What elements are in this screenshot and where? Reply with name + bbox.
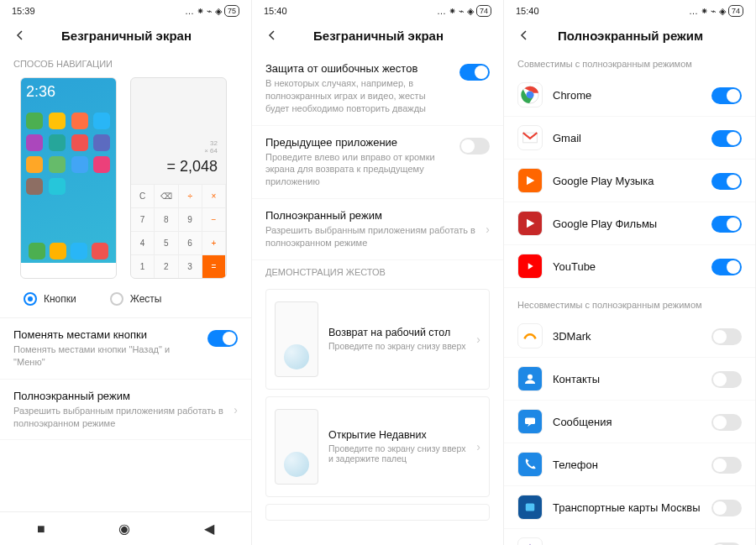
app-row-play-movies[interactable]: Google Play Фильмы	[504, 202, 755, 245]
status-battery: 74	[476, 5, 491, 17]
toggle-chrome[interactable]	[711, 87, 742, 104]
toggle-youtube[interactable]	[711, 259, 742, 275]
statusbar: 15:40 … ⁕ ⌁ ◈ 74	[504, 0, 755, 22]
chrome-icon	[517, 82, 543, 107]
play-music-icon	[517, 168, 543, 193]
gmail-icon	[517, 125, 543, 150]
gesture-return-home[interactable]: Возврат на рабочий стол Проведите по экр…	[265, 289, 490, 390]
youtube-icon	[517, 254, 543, 279]
chevron-right-icon: ›	[476, 440, 480, 453]
status-bt-icon: ⁕	[449, 6, 456, 17]
radio-icon	[110, 292, 123, 306]
status-time: 15:40	[516, 6, 539, 16]
transport-icon	[517, 495, 543, 520]
toggle-phone[interactable]	[711, 457, 742, 474]
app-row-play-music[interactable]: Google Play Музыка	[504, 160, 755, 202]
page-title: Безграничный экран	[291, 29, 466, 43]
toggle-3dmark[interactable]	[711, 328, 742, 345]
contacts-icon	[517, 366, 543, 391]
section-incompatible: Несовместимы с полноэкранным режимом	[504, 293, 755, 315]
toggle-prev-app[interactable]	[459, 138, 490, 155]
status-battery: 74	[728, 5, 743, 17]
status-wifi-icon: ◈	[719, 6, 726, 17]
nav-home-icon[interactable]: ◉	[118, 521, 130, 537]
radio-gestures[interactable]: Жесты	[110, 292, 162, 306]
header: Безграничный экран	[252, 22, 503, 52]
app-name: Телефон	[553, 459, 701, 471]
app-name: Google Play Музыка	[553, 175, 701, 187]
app-name: YouTube	[553, 260, 701, 273]
app-name: Gmail	[553, 132, 701, 144]
section-compatible: Совместимы с полноэкранным режимом	[504, 52, 755, 74]
setting-swap-buttons[interactable]: Поменять местами кнопки Поменять местами…	[0, 318, 251, 380]
setting-fullscreen-mode[interactable]: Полноэкранный режим Разрешить выбранным …	[0, 380, 251, 441]
toggle-play-music[interactable]	[711, 173, 742, 190]
app-row-gmail[interactable]: Gmail	[504, 117, 755, 160]
section-nav-method: СПОСОБ НАВИГАЦИИ	[0, 52, 251, 74]
preview-calculator[interactable]: 32 × 64 = 2,048 C⌫÷× 789− 456+ 123=	[130, 77, 227, 279]
toggle-gesture-protection[interactable]	[459, 64, 490, 81]
setting-gesture-protection[interactable]: Защита от ошибочных жестов В некоторых с…	[252, 52, 503, 126]
svg-rect-4	[525, 418, 535, 425]
preview-row: 2:36	[0, 74, 251, 286]
page-title: Безграничный экран	[39, 29, 214, 43]
nav-back-icon[interactable]: ◀	[204, 521, 214, 537]
screen-2-gestures: 15:40 … ⁕ ⌁ ◈ 74 Безграничный экран Защи…	[252, 0, 504, 545]
app-name: Контакты	[553, 373, 701, 385]
screen-3-fullscreen-apps: 15:40 … ⁕ ⌁ ◈ 74 Полноэкранный режим Сов…	[504, 0, 756, 545]
toggle-play-movies[interactable]	[711, 216, 742, 233]
gesture-open-recents[interactable]: Открытие Недавних Проведите по экрану сн…	[265, 396, 490, 497]
yula-icon	[517, 537, 543, 545]
toggle-gmail[interactable]	[711, 130, 742, 147]
app-name: Google Play Фильмы	[553, 217, 701, 230]
app-row-contacts[interactable]: Контакты	[504, 358, 755, 401]
chevron-right-icon: ›	[234, 403, 238, 417]
app-row-transport[interactable]: Транспортные карты Москвы	[504, 486, 755, 529]
header: Безграничный экран	[0, 22, 251, 52]
header: Полноэкранный режим	[504, 22, 755, 52]
messages-icon	[517, 409, 543, 434]
app-row-yula[interactable]: Юла	[504, 529, 755, 545]
back-button[interactable]	[516, 27, 533, 44]
toggle-messages[interactable]	[711, 414, 742, 431]
status-dots-icon: …	[689, 6, 698, 16]
gesture-thumb	[275, 409, 318, 485]
incompat-app-list: 3DMarkКонтактыСообщенияТелефонТранспортн…	[504, 315, 755, 545]
status-wifi-icon: ◈	[467, 6, 474, 17]
screen-1-nav-method: 15:39 … ⁕ ⌁ ◈ 75 Безграничный экран СПОС…	[0, 0, 252, 545]
radio-buttons[interactable]: Кнопки	[24, 292, 76, 306]
page-title: Полноэкранный режим	[543, 29, 718, 43]
toggle-contacts[interactable]	[711, 371, 742, 388]
app-row-youtube[interactable]: YouTube	[504, 245, 755, 288]
preview-home[interactable]: 2:36	[20, 77, 117, 279]
app-row-chrome[interactable]: Chrome	[504, 74, 755, 117]
back-button[interactable]	[12, 27, 29, 44]
setting-prev-app[interactable]: Предыдущее приложение Проведите влево ил…	[252, 126, 503, 200]
statusbar: 15:39 … ⁕ ⌁ ◈ 75	[0, 0, 251, 22]
setting-fullscreen-mode[interactable]: Полноэкранный режим Разрешить выбранным …	[252, 199, 503, 260]
toggle-swap-buttons[interactable]	[207, 330, 238, 347]
status-battery: 75	[224, 5, 239, 17]
app-row-3dmark[interactable]: 3DMark	[504, 315, 755, 358]
phone-icon	[517, 452, 543, 477]
nav-recents-icon[interactable]: ■	[37, 521, 45, 537]
statusbar: 15:40 … ⁕ ⌁ ◈ 74	[252, 0, 503, 22]
gesture-card-partial[interactable]	[265, 504, 490, 521]
chevron-right-icon: ›	[476, 333, 480, 346]
app-name: 3DMark	[553, 330, 701, 343]
app-name: Сообщения	[553, 416, 701, 428]
toggle-transport[interactable]	[711, 500, 742, 516]
svg-point-3	[528, 375, 533, 380]
home-time: 2:36	[26, 83, 111, 101]
app-row-messages[interactable]: Сообщения	[504, 401, 755, 443]
status-vibrate-icon: ⌁	[207, 6, 213, 17]
section-gesture-demo: ДЕМОНСТРАЦИЯ ЖЕСТОВ	[252, 260, 503, 282]
back-button[interactable]	[264, 27, 281, 44]
app-row-phone[interactable]: Телефон	[504, 443, 755, 486]
app-name: Транспортные карты Москвы	[553, 501, 701, 514]
status-vibrate-icon: ⌁	[459, 6, 465, 17]
nav-radio-group: Кнопки Жесты	[0, 286, 251, 318]
chevron-right-icon: ›	[486, 223, 490, 236]
play-movies-icon	[517, 211, 543, 236]
status-vibrate-icon: ⌁	[711, 6, 717, 17]
